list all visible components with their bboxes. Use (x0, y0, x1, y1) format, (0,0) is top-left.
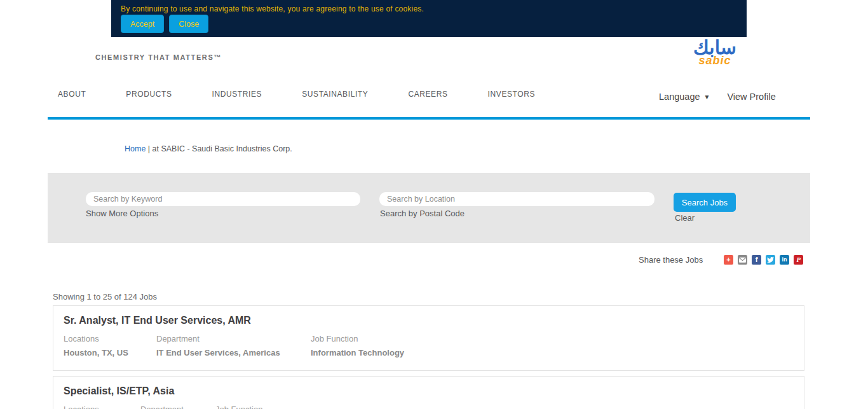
breadcrumb-suffix: | at SABIC - Saudi Basic Industries Corp… (148, 144, 292, 153)
pinterest-share-icon[interactable]: P (794, 255, 803, 265)
keyword-search-input[interactable] (86, 192, 360, 206)
cookie-buttons: Accept Close (121, 15, 208, 33)
field-value: Houston, TX, US (64, 348, 156, 357)
search-jobs-button[interactable]: Search Jobs (674, 193, 736, 212)
field-value: Information Technology (311, 348, 404, 357)
language-dropdown[interactable]: Language▼ (659, 92, 710, 102)
breadcrumb: Home | at SABIC - Saudi Basic Industries… (125, 144, 292, 153)
job-search-panel: Search Jobs Show More Options Search by … (48, 173, 810, 243)
careers-page: By continuing to use and navigate this w… (0, 0, 868, 409)
job-title-link[interactable]: Specialist, IS/ETP, Asia (64, 385, 794, 397)
nav-item-about[interactable]: ABOUT (58, 90, 86, 99)
chevron-down-icon: ▼ (704, 94, 710, 101)
field-label: Department (140, 405, 215, 409)
cookie-message: By continuing to use and navigate this w… (121, 4, 737, 13)
job-field-job-function: Job Function Information Technology (311, 334, 404, 357)
nav-item-sustainability[interactable]: SUSTAINABILITY (302, 90, 368, 99)
nav-accent-rule (48, 117, 810, 120)
view-profile-link[interactable]: View Profile (727, 92, 775, 102)
share-these-jobs-label: Share these Jobs (639, 255, 703, 265)
envelope-icon (738, 256, 747, 264)
job-field-locations: Locations (64, 405, 140, 409)
nav-right: Language▼ View Profile (659, 92, 776, 102)
field-label: Locations (64, 334, 156, 343)
job-fields: Locations Houston, TX, US Department IT … (64, 334, 794, 357)
job-card[interactable]: Sr. Analyst, IT End User Services, AMR L… (53, 305, 804, 371)
job-field-department: Department (140, 405, 215, 409)
email-share-icon[interactable] (738, 255, 747, 265)
field-label: Job Function (311, 334, 404, 343)
pinterest-p-icon: P (796, 256, 801, 263)
job-field-department: Department IT End User Services, America… (156, 334, 311, 357)
field-label: Department (156, 334, 311, 343)
show-more-options-link[interactable]: Show More Options (86, 209, 158, 218)
search-by-postal-code-link[interactable]: Search by Postal Code (380, 209, 465, 218)
close-cookies-button[interactable]: Close (169, 15, 208, 33)
breadcrumb-home-link[interactable]: Home (125, 144, 146, 153)
nav-item-investors[interactable]: INVESTORS (488, 90, 536, 99)
field-value: IT End User Services, Americas (156, 348, 311, 357)
job-title-link[interactable]: Sr. Analyst, IT End User Services, AMR (64, 315, 794, 326)
clear-search-link[interactable]: Clear (675, 213, 695, 223)
nav-item-careers[interactable]: CAREERS (408, 90, 447, 99)
share-icons: + f in P (724, 255, 803, 265)
linkedin-in-icon: in (782, 257, 787, 263)
location-search-input[interactable] (379, 192, 654, 206)
nav-item-products[interactable]: PRODUCTS (126, 90, 172, 99)
brand-tagline: CHEMISTRY THAT MATTERS™ (95, 53, 222, 61)
linkedin-share-icon[interactable]: in (780, 255, 789, 265)
main-nav: ABOUT PRODUCTS INDUSTRIES SUSTAINABILITY… (58, 90, 535, 99)
job-field-locations: Locations Houston, TX, US (64, 334, 156, 357)
field-label: Job Function (215, 405, 262, 409)
sabic-logo[interactable]: سابك sabic (688, 38, 742, 66)
job-field-job-function: Job Function (215, 405, 262, 409)
accept-cookies-button[interactable]: Accept (121, 15, 164, 33)
cookie-banner: By continuing to use and navigate this w… (111, 0, 747, 37)
twitter-share-icon[interactable] (766, 255, 775, 265)
addthis-share-icon[interactable]: + (724, 255, 733, 265)
results-summary: Showing 1 to 25 of 124 Jobs (53, 292, 157, 302)
twitter-bird-icon (767, 256, 774, 263)
language-label: Language (659, 92, 700, 102)
field-label: Locations (64, 405, 140, 409)
job-card[interactable]: Specialist, IS/ETP, Asia Locations Depar… (53, 376, 804, 409)
nav-item-industries[interactable]: INDUSTRIES (212, 90, 262, 99)
job-fields: Locations Department Job Function (64, 405, 794, 409)
facebook-f-icon: f (756, 256, 758, 263)
plus-icon: + (726, 256, 730, 263)
facebook-share-icon[interactable]: f (752, 255, 761, 265)
